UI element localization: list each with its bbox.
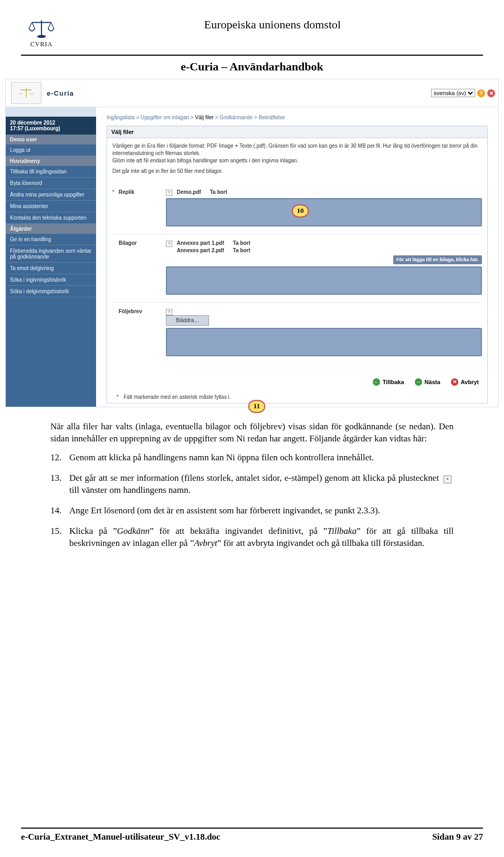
arrow-left-icon: ← (373, 378, 380, 386)
panel-title: Välj filer (107, 126, 487, 138)
list-item: 12. Genom att klicka på handlingens namn… (50, 452, 454, 464)
intro-paragraph: När alla filer har valts (inlaga, eventu… (50, 421, 454, 445)
sidebar-item[interactable]: Kontakta den tekniska supporten (6, 212, 96, 224)
remove-link[interactable]: Ta bort (233, 247, 250, 253)
breadcrumb: Ingångslista > Uppgifter om inlagan > Vä… (107, 115, 488, 120)
file-name[interactable]: Annexes part 2.pdf (177, 247, 224, 253)
file-drop-area[interactable] (166, 266, 482, 295)
close-icon[interactable]: ✕ (487, 89, 495, 97)
row-label-foljebrev: Följebrev (119, 308, 166, 315)
sidebar-item[interactable]: Ändra mina personliga uppgifter (6, 189, 96, 201)
required-note: Fält markerade med en asterisk måste fyl… (123, 394, 230, 400)
main-panel: Ingångslista > Uppgifter om inlagan > Vä… (96, 107, 498, 407)
app-brand: e-Curia (47, 89, 74, 97)
file-drop-area[interactable] (166, 198, 482, 226)
list-item: 13. Det går att se mer information (file… (50, 472, 454, 497)
help-hint-icon[interactable]: ? (166, 309, 172, 315)
remove-link[interactable]: Ta bort (233, 240, 250, 246)
document-header: CVRIA Europeiska unionens domstol e-Curi… (0, 0, 504, 74)
browse-button[interactable]: Bläddra… (166, 315, 209, 326)
list-item: 14. Ange Ert lösenord (om det är en assi… (50, 505, 454, 517)
arrow-right-icon: → (415, 378, 422, 386)
required-marker: * (112, 189, 117, 196)
help-hint-icon[interactable]: ? (166, 190, 172, 196)
language-select[interactable]: svenska (sv) (431, 89, 475, 97)
svg-line-5 (51, 22, 54, 28)
next-button[interactable]: →Nästa (415, 378, 440, 386)
sidebar: 20 décembre 2012 17:57 (Luxembourg) Demo… (6, 107, 96, 407)
sidebar-main-header: Huvudmeny (6, 156, 96, 166)
list-item: 15. Klicka på ”Godkänn” för att bekräfta… (50, 525, 454, 550)
sidebar-item[interactable]: Byta lösenord (6, 178, 96, 189)
plus-icon: + (444, 476, 452, 483)
back-button[interactable]: ←Tillbaka (373, 378, 404, 386)
sidebar-datetime: 20 décembre 2012 17:57 (Luxembourg) (6, 117, 96, 135)
sidebar-item[interactable]: Ge in en handling (6, 234, 96, 245)
file-drop-area[interactable] (166, 328, 482, 356)
app-logo-icon (11, 82, 41, 104)
scales-icon (27, 17, 56, 39)
cancel-icon: ✕ (451, 378, 458, 386)
row-label-bilagor: Bilagor (119, 240, 166, 247)
sidebar-item[interactable]: Söka i ingivningshistorik (6, 274, 96, 286)
sidebar-item[interactable]: Mina assistenter (6, 201, 96, 212)
panel-intro: Vänligen ge in Era filer i följande form… (107, 138, 487, 179)
row-label-replik: Replik (119, 189, 166, 196)
sidebar-item[interactable]: Söka i delgivningshistorik (6, 286, 96, 297)
help-icon[interactable]: ? (477, 89, 485, 97)
file-name[interactable]: Demo.pdf (177, 189, 201, 195)
sidebar-item[interactable]: Förberedda ingivanden som väntar på godk… (6, 245, 96, 263)
cvria-logo: CVRIA (21, 15, 62, 50)
logo-caption: CVRIA (30, 40, 52, 48)
sidebar-actions-header: Åtgärder (6, 224, 96, 234)
sidebar-item[interactable]: Tillbaka till ingångssidan (6, 166, 96, 178)
document-body: När alla filer har valts (inlaga, eventu… (0, 407, 504, 550)
callout-10: 10 (292, 204, 309, 218)
remove-link[interactable]: Ta bort (210, 189, 227, 195)
file-name[interactable]: Annexes part 1.pdf (177, 240, 224, 246)
doc-subtitle: e-Curia – Användarhandbok (21, 60, 483, 74)
sidebar-item[interactable]: Ta emot delgivning (6, 263, 96, 274)
callout-11: 11 (248, 400, 265, 413)
footer-page: Sidan 9 av 27 (432, 832, 483, 842)
svg-point-6 (37, 35, 46, 38)
sidebar-user-header: Demo user (6, 135, 96, 144)
svg-line-2 (29, 22, 32, 28)
add-attachment-link[interactable]: För att lägga till en bilaga, klicka här… (393, 255, 482, 264)
svg-line-4 (48, 22, 51, 28)
svg-line-3 (32, 22, 35, 28)
help-hint-icon[interactable]: ? (166, 241, 172, 247)
app-screenshot: e-Curia svenska (sv) ? ✕ 20 décembre 201… (5, 79, 499, 407)
document-footer: e-Curia_Extranet_Manuel-utilisateur_SV_v… (0, 828, 504, 842)
doc-title: Europeiska unionens domstol (62, 18, 483, 32)
cancel-button[interactable]: ✕Avbryt (451, 378, 479, 386)
footer-filename: e-Curia_Extranet_Manuel-utilisateur_SV_v… (21, 832, 220, 842)
sidebar-logout[interactable]: Logga ut (6, 144, 96, 156)
